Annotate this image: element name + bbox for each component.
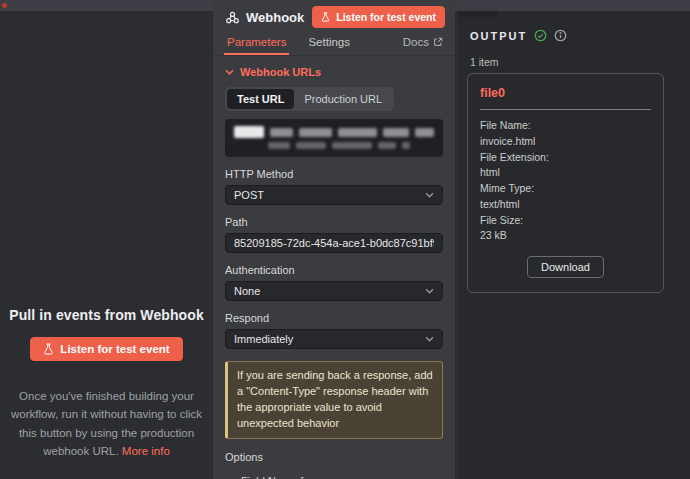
external-link-icon <box>433 37 443 47</box>
chevron-down-icon <box>425 336 434 342</box>
node-details-panel: Webhook Listen for test event Parameters… <box>213 0 455 479</box>
chevron-down-icon <box>425 192 434 198</box>
download-button[interactable]: Download <box>527 256 604 278</box>
webhook-urls-label: Webhook URLs <box>240 66 321 78</box>
respond-select[interactable]: Immediately <box>225 329 443 349</box>
respond-label: Respond <box>225 312 443 324</box>
listen-button-label: Listen for test event <box>60 343 169 355</box>
http-method-badge-redacted <box>234 126 264 138</box>
authentication-value: None <box>234 285 260 297</box>
production-url-tab[interactable]: Production URL <box>294 89 392 109</box>
webhook-urls-section-toggle[interactable]: Webhook URLs <box>225 66 443 78</box>
chevron-down-icon <box>425 288 434 294</box>
output-branch-tab <box>458 11 498 17</box>
listen-for-test-event-button-header[interactable]: Listen for test event <box>312 6 445 28</box>
path-label: Path <box>225 216 443 228</box>
file-size-label: File Size: <box>480 213 651 229</box>
listen-for-test-event-button[interactable]: Listen for test event <box>30 337 182 361</box>
output-title: OUTPUT <box>470 30 527 42</box>
respond-value: Immediately <box>234 333 293 345</box>
http-method-select[interactable]: POST <box>225 185 443 205</box>
webhook-icon <box>225 10 240 25</box>
file-size-value: 23 kB <box>480 228 651 244</box>
flask-icon <box>321 12 330 22</box>
binary-data-field: Field Name for Binary Data Fixed Express… <box>241 475 443 479</box>
webhook-url-display[interactable] <box>225 119 443 157</box>
success-check-icon <box>534 29 547 42</box>
output-panel: OUTPUT 1 item file0 File Name: invoice.h… <box>458 11 690 479</box>
redacted-url-line-1 <box>234 126 434 138</box>
authentication-field: Authentication None <box>225 264 443 301</box>
respond-field: Respond Immediately <box>225 312 443 349</box>
flask-icon <box>43 343 54 355</box>
mime-type-label: Mime Type: <box>480 181 651 197</box>
binary-field-label: Field Name for Binary Data <box>241 475 325 479</box>
http-method-label: HTTP Method <box>225 168 443 180</box>
file-card-divider <box>480 109 651 110</box>
tab-parameters[interactable]: Parameters <box>227 36 286 55</box>
docs-link[interactable]: Docs <box>403 36 443 55</box>
authentication-label: Authentication <box>225 264 443 276</box>
listen-button-label: Listen for test event <box>336 11 436 23</box>
file-extension-value: html <box>480 165 651 181</box>
binary-file-card: file0 File Name: invoice.html File Exten… <box>467 73 664 293</box>
redacted-url-line-2 <box>268 142 434 149</box>
description-text: Once you've finished building your workf… <box>11 390 202 457</box>
more-info-link[interactable]: More info <box>122 445 170 457</box>
http-method-value: POST <box>234 189 264 201</box>
tab-settings[interactable]: Settings <box>308 36 350 55</box>
pull-events-heading: Pull in events from Webhook <box>0 307 213 323</box>
options-section-label: Options <box>225 451 443 463</box>
node-tabs: Parameters Settings Docs <box>213 32 455 56</box>
workflow-description: Once you've finished building your workf… <box>9 387 205 461</box>
http-method-field: HTTP Method POST <box>225 168 443 205</box>
parameters-body: Webhook URLs Test URL Production URL <box>213 56 455 479</box>
file-name-label: File Name: <box>480 118 651 134</box>
info-icon[interactable] <box>554 29 567 42</box>
authentication-select[interactable]: None <box>225 281 443 301</box>
output-item-count: 1 item <box>458 42 690 68</box>
test-url-tab[interactable]: Test URL <box>227 89 294 109</box>
node-header: Webhook Listen for test event <box>213 0 455 32</box>
file-name-value: invoice.html <box>480 134 651 150</box>
path-input[interactable] <box>225 233 443 253</box>
node-title: Webhook <box>246 10 304 25</box>
url-type-toggle: Test URL Production URL <box>225 87 394 111</box>
file-metadata: File Name: invoice.html File Extension: … <box>480 118 651 244</box>
content-type-notice: If you are sending back a response, add … <box>225 361 443 439</box>
mime-type-value: text/html <box>480 197 651 213</box>
file-extension-label: File Extension: <box>480 150 651 166</box>
docs-label: Docs <box>403 36 429 48</box>
chevron-down-icon <box>225 69 234 75</box>
file-key: file0 <box>480 86 651 100</box>
window-red-dot-icon <box>2 3 7 8</box>
workflow-canvas: Pull in events from Webhook Listen for t… <box>0 11 213 479</box>
path-field: Path <box>225 216 443 253</box>
